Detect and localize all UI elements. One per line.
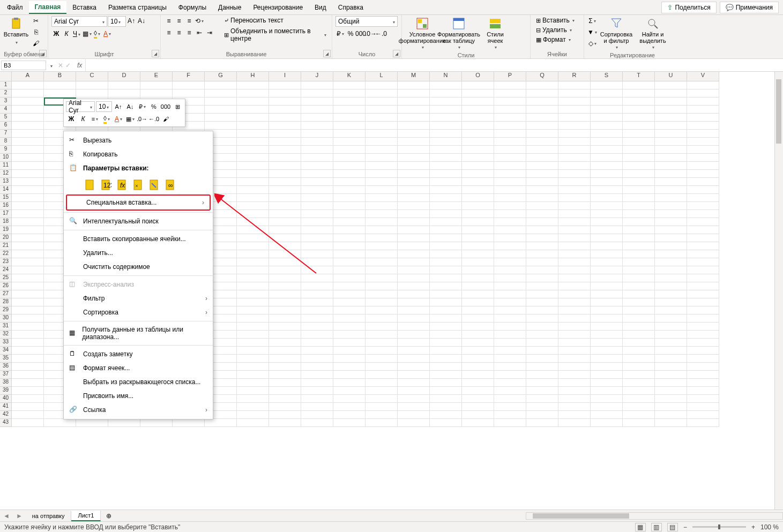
cell[interactable]: [269, 258, 301, 266]
cell[interactable]: [526, 274, 558, 282]
cell[interactable]: [655, 202, 687, 210]
ctx-link[interactable]: 🔗Ссылка: [64, 403, 213, 417]
cell[interactable]: [623, 403, 655, 411]
cell[interactable]: [494, 419, 526, 427]
cell[interactable]: [333, 306, 366, 314]
col-header[interactable]: U: [655, 72, 687, 81]
cell[interactable]: [398, 298, 430, 306]
row-header[interactable]: 21: [0, 242, 12, 250]
cell[interactable]: [558, 250, 591, 258]
cell[interactable]: [655, 355, 687, 363]
cell[interactable]: [205, 122, 237, 130]
cell[interactable]: [333, 218, 366, 226]
cell[interactable]: [269, 242, 301, 250]
ctx-delete[interactable]: Удалить...: [64, 246, 213, 260]
cell[interactable]: [269, 274, 301, 282]
cell[interactable]: [462, 234, 494, 242]
cell[interactable]: [301, 186, 333, 194]
cell[interactable]: [687, 282, 719, 290]
cell[interactable]: [430, 226, 462, 234]
italic-button[interactable]: К: [62, 29, 71, 39]
row-header[interactable]: 3: [0, 98, 12, 106]
cell[interactable]: [237, 106, 269, 114]
col-header[interactable]: M: [398, 72, 430, 81]
cell[interactable]: [591, 81, 623, 89]
cell[interactable]: [462, 242, 494, 250]
row-header[interactable]: 34: [0, 347, 12, 355]
cell[interactable]: [494, 371, 526, 379]
cell[interactable]: [462, 323, 494, 331]
cell[interactable]: [591, 186, 623, 194]
cell[interactable]: [301, 395, 333, 403]
paste-values-icon[interactable]: 123: [99, 177, 113, 192]
cell[interactable]: [655, 363, 687, 371]
cell[interactable]: [398, 290, 430, 298]
cell[interactable]: [398, 339, 430, 347]
cell[interactable]: [269, 178, 301, 186]
cell[interactable]: [655, 274, 687, 282]
cell[interactable]: [301, 274, 333, 282]
tab-data[interactable]: Данные: [212, 2, 247, 13]
align-right-icon[interactable]: ≡: [184, 28, 194, 38]
cell[interactable]: [430, 411, 462, 419]
cell[interactable]: [333, 274, 366, 282]
cell[interactable]: [526, 218, 558, 226]
find-select-button[interactable]: Найти и выделить: [636, 16, 670, 51]
cell[interactable]: [237, 114, 269, 122]
cell[interactable]: [623, 339, 655, 347]
cell[interactable]: [462, 226, 494, 234]
cell[interactable]: [591, 138, 623, 146]
cell[interactable]: [301, 371, 333, 379]
font-name-combo[interactable]: Arial Cyr: [51, 16, 107, 27]
fill-color-icon[interactable]: ◊: [92, 29, 102, 39]
indent-dec-icon[interactable]: ⇤: [195, 28, 204, 38]
cell[interactable]: [462, 419, 494, 427]
cell[interactable]: [687, 242, 719, 250]
cell[interactable]: [655, 210, 687, 218]
cell[interactable]: [655, 411, 687, 419]
cell[interactable]: [526, 250, 558, 258]
view-pagelayout-icon[interactable]: ▥: [651, 523, 662, 531]
cell[interactable]: [494, 122, 526, 130]
cell[interactable]: [237, 355, 269, 363]
row-header[interactable]: 2: [0, 89, 12, 98]
shrink-font-icon[interactable]: A↓: [137, 16, 146, 26]
cell[interactable]: [462, 81, 494, 89]
cell[interactable]: [591, 339, 623, 347]
cell[interactable]: [301, 379, 333, 387]
col-header[interactable]: T: [623, 72, 655, 81]
row-header[interactable]: 25: [0, 274, 12, 282]
cell[interactable]: [430, 218, 462, 226]
cell[interactable]: [462, 339, 494, 347]
cell[interactable]: [494, 411, 526, 419]
col-header[interactable]: P: [494, 72, 526, 81]
format-button[interactable]: ▦ Формат: [534, 35, 573, 44]
cell[interactable]: [526, 130, 558, 138]
cell[interactable]: [623, 379, 655, 387]
cell[interactable]: [398, 274, 430, 282]
cell[interactable]: [333, 202, 366, 210]
cell[interactable]: [591, 194, 623, 202]
cell[interactable]: [173, 89, 205, 98]
cell[interactable]: [12, 210, 44, 218]
cell[interactable]: [301, 250, 333, 258]
cell[interactable]: [655, 306, 687, 314]
cell[interactable]: [76, 89, 108, 98]
cell[interactable]: [430, 274, 462, 282]
cell[interactable]: [269, 250, 301, 258]
row-header[interactable]: 15: [0, 194, 12, 202]
cell[interactable]: [462, 106, 494, 114]
cell[interactable]: [430, 242, 462, 250]
cell[interactable]: [558, 403, 591, 411]
cell[interactable]: [494, 98, 526, 106]
cell[interactable]: [558, 81, 591, 89]
mini-size-combo[interactable]: 10: [96, 101, 112, 112]
cell[interactable]: [237, 290, 269, 298]
cell[interactable]: [462, 298, 494, 306]
format-table-button[interactable]: Форматировать как таблицу: [442, 16, 476, 51]
cell[interactable]: [526, 89, 558, 98]
cell[interactable]: [430, 403, 462, 411]
cell[interactable]: [558, 186, 591, 194]
cell[interactable]: [12, 186, 44, 194]
row-header[interactable]: 6: [0, 122, 12, 130]
